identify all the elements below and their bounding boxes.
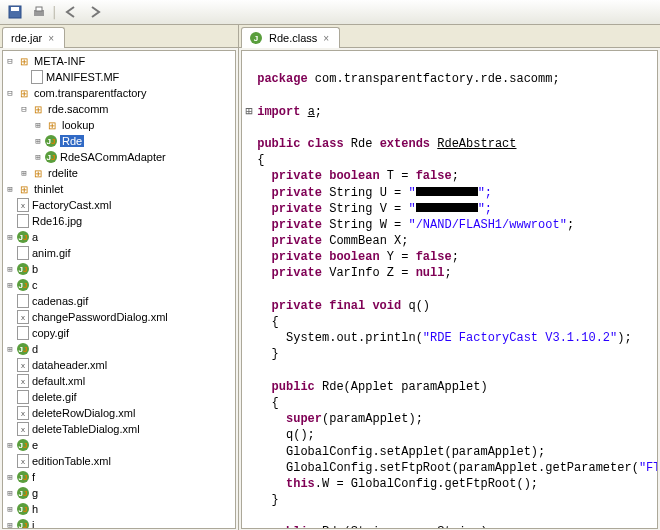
class-icon: J bbox=[17, 503, 29, 515]
tab-rde-class[interactable]: J Rde.class × bbox=[241, 27, 340, 48]
tree-node-label: thinlet bbox=[34, 183, 63, 195]
tree-node[interactable]: ⊞Jb bbox=[3, 261, 235, 277]
package-icon: ⊞ bbox=[31, 102, 45, 116]
package-tree[interactable]: ⊟⊞META-INF·MANIFEST.MF⊟⊞com.transparentf… bbox=[2, 50, 236, 529]
tree-node-label: editionTable.xml bbox=[32, 455, 111, 467]
file-icon bbox=[17, 374, 29, 388]
tree-node[interactable]: ⊞⊞thinlet bbox=[3, 181, 235, 197]
class-icon: J bbox=[45, 151, 57, 163]
tree-node-label: deleteRowDialog.xml bbox=[32, 407, 135, 419]
tree-node[interactable]: ⊟⊞com.transparentfactory bbox=[3, 85, 235, 101]
collapse-icon[interactable]: ⊟ bbox=[17, 104, 31, 114]
tree-spacer: · bbox=[3, 328, 17, 338]
package-icon: ⊞ bbox=[45, 118, 59, 132]
tree-spacer: · bbox=[3, 408, 17, 418]
tree-node-label: h bbox=[32, 503, 38, 515]
collapse-icon[interactable]: ⊟ bbox=[3, 88, 17, 98]
tree-node[interactable]: ·cadenas.gif bbox=[3, 293, 235, 309]
expand-icon[interactable]: ⊞ bbox=[31, 136, 45, 146]
tree-node-label: anim.gif bbox=[32, 247, 71, 259]
file-icon bbox=[17, 454, 29, 468]
tree-node[interactable]: ⊟⊞rde.sacomm bbox=[3, 101, 235, 117]
file-icon bbox=[17, 326, 29, 340]
tree-node[interactable]: ⊞Ji bbox=[3, 517, 235, 529]
file-icon bbox=[17, 358, 29, 372]
tree-node[interactable]: ·default.xml bbox=[3, 373, 235, 389]
print-icon[interactable] bbox=[28, 2, 50, 22]
expand-icon[interactable]: ⊞ bbox=[31, 152, 45, 162]
tab-rde-jar[interactable]: rde.jar × bbox=[2, 27, 65, 48]
tree-node-label: changePasswordDialog.xml bbox=[32, 311, 168, 323]
tree-node-label: Rde16.jpg bbox=[32, 215, 82, 227]
expand-icon[interactable]: ⊞ bbox=[3, 472, 17, 482]
class-icon: J bbox=[17, 519, 29, 529]
tree-node-label: delete.gif bbox=[32, 391, 77, 403]
right-tab-strip: J Rde.class × bbox=[239, 25, 660, 48]
fold-icon[interactable]: ⊞ bbox=[244, 104, 254, 120]
expand-icon[interactable]: ⊞ bbox=[3, 488, 17, 498]
package-icon: ⊞ bbox=[31, 166, 45, 180]
class-icon: J bbox=[17, 487, 29, 499]
tree-node-label: e bbox=[32, 439, 38, 451]
close-icon[interactable]: × bbox=[321, 33, 331, 44]
save-icon[interactable] bbox=[4, 2, 26, 22]
expand-icon[interactable]: ⊞ bbox=[3, 504, 17, 514]
expand-icon[interactable]: ⊞ bbox=[3, 280, 17, 290]
tree-node-label: b bbox=[32, 263, 38, 275]
tree-node-label: Rde bbox=[60, 135, 84, 147]
tree-node[interactable]: ·FactoryCast.xml bbox=[3, 197, 235, 213]
tree-node[interactable]: ⊞Ja bbox=[3, 229, 235, 245]
tree-node[interactable]: ·editionTable.xml bbox=[3, 453, 235, 469]
close-icon[interactable]: × bbox=[46, 33, 56, 44]
tree-node[interactable]: ·copy.gif bbox=[3, 325, 235, 341]
source-code: package com.transparentfactory.rde.sacom… bbox=[250, 55, 657, 529]
expand-icon[interactable]: ⊞ bbox=[3, 344, 17, 354]
package-icon: ⊞ bbox=[17, 54, 31, 68]
tree-node[interactable]: ·deleteRowDialog.xml bbox=[3, 405, 235, 421]
class-icon: J bbox=[17, 471, 29, 483]
tree-node[interactable]: ·anim.gif bbox=[3, 245, 235, 261]
tree-node[interactable]: ·MANIFEST.MF bbox=[3, 69, 235, 85]
tree-node[interactable]: ⊞JRdeSACommAdapter bbox=[3, 149, 235, 165]
tree-node-label: lookup bbox=[62, 119, 94, 131]
tree-node[interactable]: ⊞Je bbox=[3, 437, 235, 453]
tree-node[interactable]: ⊞Jg bbox=[3, 485, 235, 501]
tree-node-label: rdelite bbox=[48, 167, 78, 179]
tree-node-label: g bbox=[32, 487, 38, 499]
forward-icon[interactable] bbox=[84, 2, 106, 22]
tree-node-label: FactoryCast.xml bbox=[32, 199, 111, 211]
tree-node[interactable]: ·dataheader.xml bbox=[3, 357, 235, 373]
tree-node[interactable]: ·delete.gif bbox=[3, 389, 235, 405]
redacted-text bbox=[416, 203, 478, 212]
expand-icon[interactable]: ⊞ bbox=[17, 168, 31, 178]
tree-node-label: META-INF bbox=[34, 55, 85, 67]
expand-icon[interactable]: ⊞ bbox=[3, 440, 17, 450]
tree-node[interactable]: ⊞Jf bbox=[3, 469, 235, 485]
tree-spacer: · bbox=[3, 456, 17, 466]
tree-node-label: default.xml bbox=[32, 375, 85, 387]
tree-node[interactable]: ⊞⊞rdelite bbox=[3, 165, 235, 181]
expand-icon[interactable]: ⊞ bbox=[3, 184, 17, 194]
tree-node-label: f bbox=[32, 471, 35, 483]
expand-icon[interactable]: ⊞ bbox=[3, 232, 17, 242]
class-icon: J bbox=[250, 32, 262, 44]
file-icon bbox=[17, 390, 29, 404]
separator: │ bbox=[52, 2, 58, 22]
tree-node[interactable]: ⊟⊞META-INF bbox=[3, 53, 235, 69]
back-icon[interactable] bbox=[60, 2, 82, 22]
tree-node[interactable]: ⊞JRde bbox=[3, 133, 235, 149]
tree-node[interactable]: ·deleteTableDialog.xml bbox=[3, 421, 235, 437]
expand-icon[interactable]: ⊞ bbox=[3, 264, 17, 274]
expand-icon[interactable]: ⊞ bbox=[31, 120, 45, 130]
tree-node[interactable]: ⊞⊞lookup bbox=[3, 117, 235, 133]
code-editor[interactable]: package com.transparentfactory.rde.sacom… bbox=[241, 50, 658, 529]
tree-node[interactable]: ⊞Jc bbox=[3, 277, 235, 293]
expand-icon[interactable]: ⊞ bbox=[3, 520, 17, 529]
tree-node[interactable]: ⊞Jd bbox=[3, 341, 235, 357]
tree-node[interactable]: ·Rde16.jpg bbox=[3, 213, 235, 229]
tree-node[interactable]: ⊞Jh bbox=[3, 501, 235, 517]
tree-node[interactable]: ·changePasswordDialog.xml bbox=[3, 309, 235, 325]
file-icon bbox=[17, 422, 29, 436]
collapse-icon[interactable]: ⊟ bbox=[3, 56, 17, 66]
tree-node-label: i bbox=[32, 519, 34, 529]
